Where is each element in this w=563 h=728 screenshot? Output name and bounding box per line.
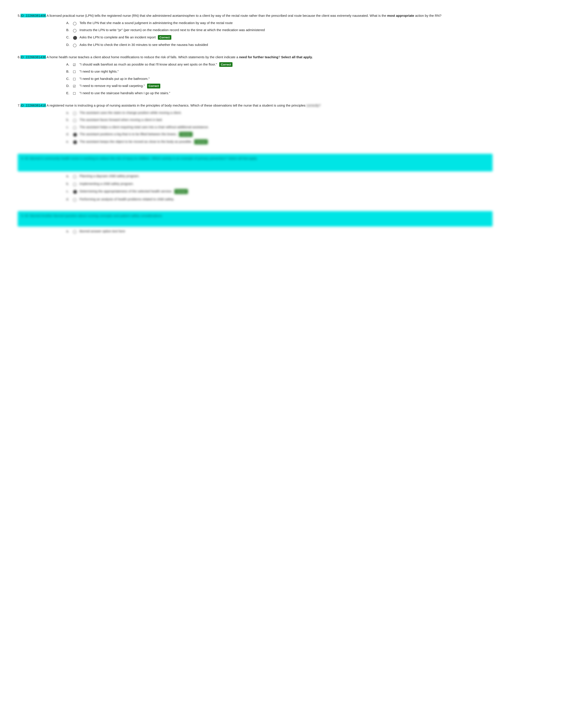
question-7-id: ID: 22266381418: [21, 103, 46, 107]
answer-6-a[interactable]: A. ☑ "I should walk barefoot as much as …: [66, 62, 545, 68]
answer-label-6-a: A.: [66, 62, 73, 67]
answer-7-e[interactable]: e. ⚫ The assistant keeps the object to b…: [66, 139, 545, 145]
answer-text-9-a: blurred answer option text here: [79, 229, 545, 234]
answer-text-5-c: Asks the LPN to complete and file an inc…: [79, 35, 545, 40]
answer-8-b[interactable]: b. ◯ Implementing a child safety program…: [66, 181, 545, 187]
answer-5-a[interactable]: A. ◯ Tells the LPN that she made a sound…: [66, 21, 545, 26]
answer-6-c[interactable]: C. ☐ "I need to get handrails put up in …: [66, 76, 545, 82]
answer-label-6-e: E.: [66, 91, 73, 96]
radio-icon-7-b: ◯: [73, 118, 78, 123]
answer-6-e[interactable]: E. ☐ "I need to use the staircase handra…: [66, 91, 545, 96]
answer-7-c[interactable]: c. ◯ The assistant helps a client requir…: [66, 125, 545, 130]
question-6: 6.ID: 22266381436 A home health nurse te…: [18, 55, 545, 96]
answer-8-d[interactable]: d. ◯ Performing an analysis of health pr…: [66, 197, 545, 202]
correct-badge-8-c: Correct: [174, 189, 188, 194]
question-7-text: 7.ID: 22266381418 A registered nurse is …: [18, 103, 545, 108]
answer-7-b[interactable]: b. ◯ The assistant faces forward when mo…: [66, 117, 545, 123]
answer-label-5-b: B.: [66, 28, 73, 33]
answer-label-8-a: a.: [66, 174, 73, 179]
question-7-number: 7.: [18, 103, 21, 107]
question-8: 8. ID: blurred A community health nurse …: [18, 154, 545, 202]
answer-text-7-d: The assistant positions a leg that is to…: [79, 132, 545, 137]
question-6-answers: A. ☑ "I should walk barefoot as much as …: [18, 62, 545, 96]
radio-icon-5-d: ◯: [73, 43, 78, 48]
radio-icon-7-a: ◯: [73, 111, 78, 116]
radio-icon-5-c: ⚫: [73, 35, 78, 41]
correct-badge-6-d: Correct: [147, 84, 160, 88]
answer-6-d[interactable]: D. ☑ "I need to remove my wall-to-wall c…: [66, 83, 545, 89]
answer-label-8-b: b.: [66, 181, 73, 186]
radio-icon-8-c: ⚫: [73, 189, 78, 195]
answer-7-d[interactable]: d. ⚫ The assistant positions a leg that …: [66, 132, 545, 137]
radio-icon-9-a: ◯: [73, 229, 78, 234]
checkbox-icon-6-e: ☐: [73, 91, 78, 96]
answer-label-7-b: b.: [66, 117, 73, 122]
answer-8-c[interactable]: c. ⚫ Determining the appropriateness of …: [66, 189, 545, 195]
answer-5-c[interactable]: C. ⚫ Asks the LPN to complete and file a…: [66, 35, 545, 41]
answer-9-a[interactable]: a. ◯ blurred answer option text here: [66, 229, 545, 234]
question-5-id: ID: 22266381406: [21, 14, 46, 17]
answer-5-b[interactable]: B. ◯ Instructs the LPN to write "pr" (pe…: [66, 28, 545, 33]
answer-label-7-d: d.: [66, 132, 73, 137]
answer-text-6-a: "I should walk barefoot as much as possi…: [79, 62, 545, 67]
answer-text-5-a: Tells the LPN that she made a sound judg…: [79, 21, 545, 26]
radio-icon-7-c: ◯: [73, 125, 78, 130]
answer-label-5-a: A.: [66, 21, 73, 26]
answer-5-d[interactable]: D. ◯ Asks the LPN to check the client in…: [66, 42, 545, 48]
correct-badge-7-d: Correct: [179, 132, 192, 137]
answer-text-7-b: The assistant faces forward when moving …: [79, 117, 545, 122]
answer-text-6-e: "I need to use the staircase handrails w…: [79, 91, 545, 96]
answer-text-7-e: The assistant keeps the object to be mov…: [79, 139, 545, 144]
question-5: 5.ID: 22266381406 A licensed practical n…: [18, 13, 545, 48]
question-7-blurred-text: correctly?: [306, 103, 321, 107]
answer-text-5-d: Asks the LPN to check the client in 30 m…: [79, 42, 545, 47]
question-6-id: ID: 22266381436: [21, 55, 46, 59]
question-8-text: 8. ID: blurred A community health nurse …: [18, 154, 493, 171]
correct-badge-5-c: Correct: [158, 35, 171, 40]
question-5-number: 5.: [18, 14, 21, 17]
correct-badge-6-a: Correct: [219, 62, 232, 67]
answer-label-8-c: c.: [66, 189, 73, 194]
answer-label-9-a: a.: [66, 229, 73, 234]
answer-text-7-a: The assistant uses the stairs to change …: [79, 110, 545, 115]
answer-7-a[interactable]: a. ◯ The assistant uses the stairs to ch…: [66, 110, 545, 116]
answer-label-5-d: D.: [66, 42, 73, 47]
answer-label-5-c: C.: [66, 35, 73, 40]
answer-text-6-d: "I need to remove my wall-to-wall carpet…: [79, 83, 545, 88]
answer-text-8-a: Planning a daycare child safety program.: [79, 174, 545, 179]
question-9-answers: a. ◯ blurred answer option text here: [18, 229, 545, 234]
radio-icon-7-e: ⚫: [73, 140, 78, 145]
radio-icon-7-d: ⚫: [73, 132, 78, 137]
radio-icon-5-b: ◯: [73, 28, 78, 33]
answer-text-6-b: "I need to use night lights.": [79, 69, 545, 74]
checkbox-icon-6-c: ☐: [73, 77, 78, 82]
radio-icon-5-a: ◯: [73, 21, 78, 26]
answer-6-b[interactable]: B. ☐ "I need to use night lights.": [66, 69, 545, 75]
radio-icon-8-b: ◯: [73, 182, 78, 187]
answer-text-6-c: "I need to get handrails put up in the b…: [79, 76, 545, 81]
question-8-answers: a. ◯ Planning a daycare child safety pro…: [18, 174, 545, 202]
answer-text-7-c: The assistant helps a client requiring t…: [79, 125, 545, 130]
answer-text-8-c: Determining the appropriateness of the s…: [79, 189, 545, 194]
answer-label-7-c: c.: [66, 125, 73, 130]
question-7: 7.ID: 22266381418 A registered nurse is …: [18, 103, 545, 145]
radio-icon-8-d: ◯: [73, 197, 78, 202]
question-5-answers: A. ◯ Tells the LPN that she made a sound…: [18, 21, 545, 48]
answer-text-8-d: Performing an analysis of health problem…: [79, 197, 545, 202]
checkbox-icon-6-a: ☑: [73, 62, 78, 68]
question-9-text: 9. ID: blurred Another blurred question …: [18, 211, 493, 227]
answer-text-8-b: Implementing a child safety program.: [79, 181, 545, 186]
radio-icon-8-a: ◯: [73, 174, 78, 179]
correct-badge-7-e: Correct: [194, 139, 207, 144]
checkbox-icon-6-b: ☐: [73, 69, 78, 75]
question-7-answers: a. ◯ The assistant uses the stairs to ch…: [18, 110, 545, 145]
answer-label-7-a: a.: [66, 110, 73, 115]
checkbox-icon-6-d: ☑: [73, 84, 78, 89]
answer-8-a[interactable]: a. ◯ Planning a daycare child safety pro…: [66, 174, 545, 179]
answer-label-6-b: B.: [66, 69, 73, 74]
question-5-text: 5.ID: 22266381406 A licensed practical n…: [18, 13, 545, 18]
question-6-number: 6.: [18, 55, 21, 59]
question-9: 9. ID: blurred Another blurred question …: [18, 211, 545, 234]
answer-label-8-d: d.: [66, 197, 73, 202]
answer-text-5-b: Instructs the LPN to write "pr" (per rec…: [79, 28, 545, 33]
